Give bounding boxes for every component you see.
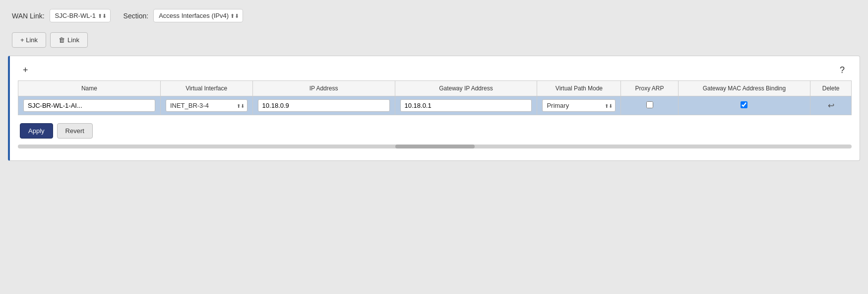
main-panel: + ? Name Virtual Interface IP Address Ga… [8, 56, 860, 161]
col-name: Name [18, 81, 161, 96]
virtual-path-mode-select[interactable]: PrimarySecondaryLast Resort [542, 99, 616, 112]
cell-gateway-ip [395, 96, 537, 115]
col-ip-address: IP Address [252, 81, 395, 96]
apply-button[interactable]: Apply [20, 123, 53, 139]
col-delete: Delete [810, 81, 852, 96]
cell-name [18, 96, 161, 115]
cell-proxy-arp [621, 96, 678, 115]
delete-link-button[interactable]: 🗑 Link [50, 32, 88, 48]
ip-address-input[interactable] [258, 99, 390, 112]
col-gateway-ip: Gateway IP Address [395, 81, 537, 96]
col-virtual-interface: Virtual Interface [160, 81, 252, 96]
top-bar: WAN Link: SJC-BR-WL-1 ⬆⬇ Section: Access… [0, 0, 868, 28]
revert-row-button[interactable]: ↩ [828, 101, 834, 110]
cell-ip-address [252, 96, 395, 115]
panel-toolbar: + ? [18, 62, 852, 80]
proxy-arp-checkbox[interactable] [646, 101, 653, 108]
table-row: INET_BR-3-4⬆⬇PrimarySecondaryLast Resort… [18, 96, 852, 115]
trash-icon: 🗑 [59, 36, 65, 44]
wan-link-select-wrapper: SJC-BR-WL-1 ⬆⬇ [50, 9, 111, 22]
gateway-ip-input[interactable] [400, 99, 532, 112]
cell-virtual-interface: INET_BR-3-4⬆⬇ [160, 96, 252, 115]
col-proxy-arp: Proxy ARP [621, 81, 678, 96]
section-select-wrapper: Access Interfaces (IPv4) ⬆⬇ [153, 9, 243, 22]
add-link-button[interactable]: + Link [12, 32, 46, 48]
gateway-mac-binding-checkbox[interactable] [741, 101, 747, 108]
section-select[interactable]: Access Interfaces (IPv4) [153, 9, 243, 22]
revert-button[interactable]: Revert [57, 123, 93, 139]
scrollbar-thumb[interactable] [395, 145, 475, 148]
section-label: Section: [124, 12, 149, 20]
table-header-row: Name Virtual Interface IP Address Gatewa… [18, 81, 852, 96]
virtual-interface-select[interactable]: INET_BR-3-4 [166, 99, 248, 112]
cell-gateway-mac-binding [678, 96, 810, 115]
bottom-actions: Apply Revert [18, 123, 852, 139]
name-input[interactable] [23, 99, 155, 112]
action-bar: + Link 🗑 Link [0, 28, 868, 56]
col-virtual-path-mode: Virtual Path Mode [537, 81, 621, 96]
delete-link-label: Link [67, 36, 79, 44]
help-button[interactable]: ? [837, 64, 848, 76]
cell-delete: ↩ [810, 96, 852, 115]
wan-link-select[interactable]: SJC-BR-WL-1 [50, 9, 111, 22]
cell-virtual-path-mode: PrimarySecondaryLast Resort⬆⬇ [537, 96, 621, 115]
wan-link-label: WAN Link: [12, 12, 45, 20]
horizontal-scrollbar[interactable] [18, 145, 852, 148]
add-row-button[interactable]: + [20, 64, 31, 76]
access-interfaces-table: Name Virtual Interface IP Address Gatewa… [18, 80, 852, 115]
col-gateway-mac: Gateway MAC Address Binding [678, 81, 810, 96]
